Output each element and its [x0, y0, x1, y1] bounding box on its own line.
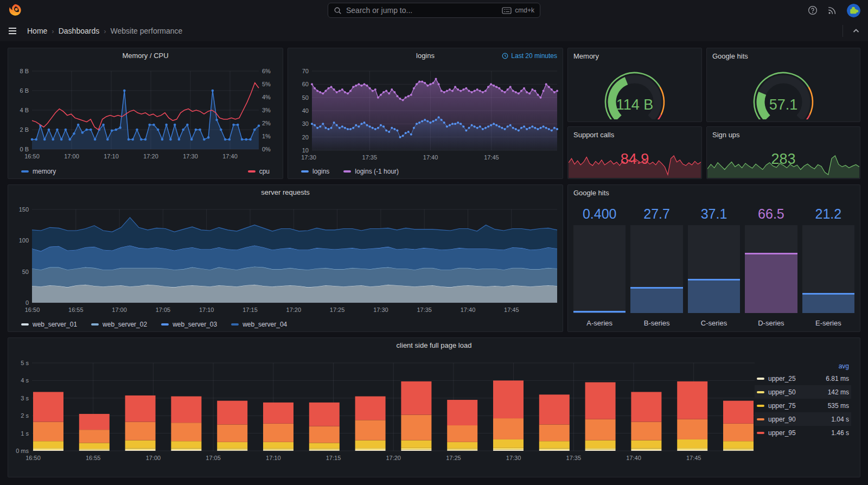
legend-item-upper_25[interactable]: upper_256.81 ms [755, 372, 851, 385]
server-requests-chart: 05010015016:5016:5517:0017:0517:1017:151… [8, 185, 563, 331]
breadcrumb-dashboards[interactable]: Dashboards [59, 27, 100, 35]
svg-text:10: 10 [302, 147, 309, 154]
svg-text:30: 30 [302, 120, 309, 127]
panel-title-memory-cpu[interactable]: Memory / CPU [8, 52, 283, 60]
svg-text:6 B: 6 B [20, 87, 29, 94]
memory-gauge: 114 B [594, 63, 675, 119]
svg-text:0 B: 0 B [20, 146, 29, 152]
svg-text:17:05: 17:05 [156, 307, 171, 313]
bar-gauge-column-C-series: 37.1C-series [688, 202, 740, 327]
search-input[interactable]: Search or jump to... cmd+k [328, 3, 540, 18]
svg-text:0 ms: 0 ms [16, 448, 29, 454]
legend-item-logins[interactable]: logins [301, 168, 329, 175]
sign-ups-value: 283 [707, 151, 860, 168]
bar-gauge-track [745, 225, 797, 313]
menu-toggle-icon[interactable] [8, 26, 17, 36]
svg-text:17:45: 17:45 [484, 154, 499, 161]
bar-gauge-category-label: C-series [688, 313, 740, 327]
bar-gauge-fill [630, 287, 682, 313]
legend-item-cpu[interactable]: cpu [248, 168, 270, 175]
svg-text:16:50: 16:50 [25, 455, 41, 461]
svg-text:17:40: 17:40 [423, 154, 438, 161]
bar-gauge-value: 37.1 [688, 202, 740, 225]
bar-gauge-value: 27.7 [630, 202, 682, 225]
grafana-logo-icon[interactable] [8, 3, 23, 18]
collapse-topbar-icon[interactable] [852, 27, 860, 35]
svg-text:0%: 0% [262, 146, 271, 152]
topbar-actions [808, 4, 860, 17]
svg-text:17:40: 17:40 [222, 153, 238, 159]
legend-item-logins-1hour[interactable]: logins (-1 hour) [343, 168, 399, 175]
bar-gauge-track [573, 225, 626, 313]
panel-title-google-hits-bars[interactable]: Google hits [573, 189, 609, 197]
legend-item-web_server_01[interactable]: web_server_01 [21, 321, 77, 328]
svg-text:17:30: 17:30 [506, 455, 521, 461]
legend-item-web_server_03[interactable]: web_server_03 [161, 321, 217, 328]
breadcrumb-home[interactable]: Home [27, 27, 47, 35]
svg-text:16:55: 16:55 [68, 307, 84, 313]
user-avatar[interactable] [847, 4, 860, 17]
svg-text:3%: 3% [262, 107, 271, 113]
panel-title-google-hits-gauge[interactable]: Google hits [712, 52, 748, 60]
bar-gauge-column-B-series: 27.7B-series [630, 202, 682, 327]
legend-item-upper_75[interactable]: upper_75535 ms [755, 399, 851, 412]
bar-gauge-column-E-series: 21.2E-series [802, 202, 854, 327]
svg-text:17:15: 17:15 [242, 307, 258, 313]
legend-item-web_server_04[interactable]: web_server_04 [231, 321, 287, 328]
bar-gauge-fill [802, 293, 854, 313]
search-icon [334, 7, 342, 15]
svg-text:5%: 5% [262, 81, 271, 87]
svg-text:150: 150 [19, 206, 29, 213]
bar-gauge-value: 66.5 [745, 202, 797, 225]
search-shortcut: cmd+k [502, 7, 534, 14]
panel-title-sign-ups[interactable]: Sign ups [712, 131, 740, 139]
legend-avg-header[interactable]: avg [755, 361, 851, 372]
svg-text:17:25: 17:25 [446, 455, 461, 461]
clock-icon [502, 53, 508, 59]
legend-item-upper_95[interactable]: upper_951.46 s [755, 426, 851, 439]
panel-title-client-page-load[interactable]: client side full page load [8, 341, 860, 349]
panel-server-requests: server requests 05010015016:5016:5517:00… [8, 184, 563, 332]
panel-title-server-requests[interactable]: server requests [8, 188, 563, 196]
svg-text:2 B: 2 B [20, 126, 29, 133]
svg-text:17:30: 17:30 [183, 153, 198, 159]
logins-chart: 1020304050607017:3017:3517:4017:45 [288, 48, 563, 178]
svg-text:17:20: 17:20 [286, 307, 302, 313]
google-hits-gauge: 57.1 [743, 63, 824, 119]
legend-item-memory[interactable]: memory [21, 168, 56, 175]
legend-item-upper_50[interactable]: upper_50142 ms [755, 385, 851, 399]
svg-text:17:30: 17:30 [301, 154, 316, 161]
time-range-badge[interactable]: Last 20 minutes [502, 52, 557, 60]
client-page-load-legend: avgupper_256.81 msupper_50142 msupper_75… [755, 361, 851, 439]
svg-text:17:00: 17:00 [64, 153, 79, 159]
bar-gauge-fill [688, 279, 740, 313]
svg-text:17:35: 17:35 [566, 455, 582, 461]
svg-text:17:45: 17:45 [504, 307, 519, 313]
svg-text:1 s: 1 s [21, 430, 29, 437]
panel-sign-ups: Sign ups 283 [706, 126, 860, 179]
svg-text:16:55: 16:55 [86, 455, 101, 461]
svg-text:2%: 2% [262, 120, 271, 126]
svg-text:17:00: 17:00 [112, 307, 127, 313]
bar-gauge-track [630, 225, 682, 313]
panel-memory-cpu: Memory / CPU 0 B2 B4 B6 B8 B0%1%2%3%4%5%… [8, 48, 283, 179]
svg-text:40: 40 [302, 107, 309, 114]
svg-text:57.1: 57.1 [769, 97, 798, 113]
bar-gauge-fill [745, 253, 797, 313]
help-icon[interactable] [808, 5, 818, 15]
panel-title-support-calls[interactable]: Support calls [573, 131, 614, 139]
svg-text:4 B: 4 B [20, 107, 29, 113]
bar-gauge-value: 0.400 [573, 202, 626, 225]
news-feed-icon[interactable] [827, 5, 837, 15]
svg-text:16:50: 16:50 [25, 307, 40, 313]
svg-text:50: 50 [302, 94, 309, 101]
legend-item-web_server_02[interactable]: web_server_02 [91, 321, 147, 328]
bar-gauge-category-label: D-series [745, 313, 797, 327]
panel-title-memory-gauge[interactable]: Memory [573, 52, 599, 60]
svg-text:114 B: 114 B [616, 97, 654, 113]
panel-client-page-load: client side full page load 0 ms1 s2 s3 s… [8, 337, 860, 477]
bar-gauge-category-label: B-series [630, 313, 682, 327]
svg-text:0: 0 [25, 299, 29, 306]
legend-item-upper_90[interactable]: upper_901.04 s [755, 412, 851, 426]
panel-logins: logins Last 20 minutes 1020304050607017:… [288, 48, 563, 179]
